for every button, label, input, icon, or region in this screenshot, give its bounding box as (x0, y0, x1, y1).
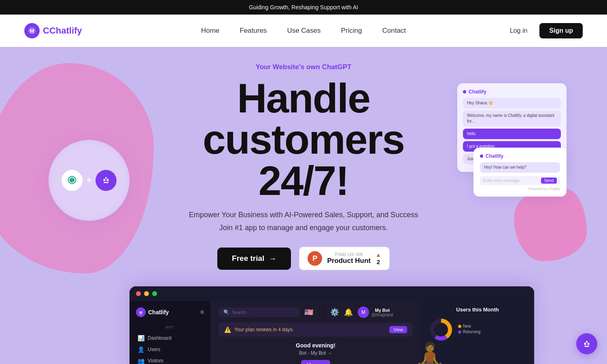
free-trial-button[interactable]: Free trial → (217, 248, 291, 270)
expand-icon[interactable]: ⛶ (318, 308, 325, 317)
dashboard-body: Chatlify ≡ BOT 📊 Dashboard 👤 Users 👥 (129, 301, 534, 364)
dash-greeting: Good evening! (219, 342, 413, 349)
product-hunt-votes: ▲ 2 (376, 252, 381, 265)
svg-point-0 (28, 27, 36, 34)
figure-illustration: 🧘 (415, 341, 445, 364)
nav-users-label: Users (148, 347, 160, 352)
titlebar-dot-yellow (144, 291, 149, 296)
svg-rect-11 (140, 313, 142, 314)
svg-rect-18 (586, 341, 588, 343)
signup-button[interactable]: Sign up (539, 23, 583, 38)
integration-badge: + (49, 140, 129, 221)
free-trial-label: Free trial (232, 254, 264, 263)
nav-dashboard-label: Dashboard (148, 335, 172, 341)
chat-input-placeholder: Enter your message (483, 178, 539, 183)
svg-rect-17 (584, 346, 589, 347)
users-this-month-title: Users this Month (429, 307, 526, 313)
user-handle: @hiragnipal (371, 313, 393, 317)
bell-icon[interactable]: 🔔 (344, 308, 353, 317)
svg-point-10 (141, 311, 142, 313)
hero-title-line2: customers (203, 116, 404, 163)
chat-input-row[interactable]: Enter your message Send (480, 176, 560, 185)
dashboard-titlebar (129, 286, 534, 301)
alert-bar: ⚠️ Your plan renews in 4 days. View (219, 323, 413, 336)
search-placeholder: Search... (232, 310, 250, 315)
product-hunt-button[interactable]: P FIND US ON Product Hunt ▲ 2 (299, 247, 390, 270)
hero-actions: Free trial → P FIND US ON Product Hunt ▲… (129, 247, 478, 270)
product-hunt-find-us: FIND US ON (327, 252, 371, 257)
logo-text: CChatlify (43, 25, 82, 36)
chat-bubble-user1: hello (463, 129, 561, 139)
plus-icon: + (87, 175, 92, 186)
hero-title-line1: Handle (237, 75, 370, 121)
titlebar-dot-red (136, 291, 141, 296)
dash-logo-text: Chatlify (148, 309, 169, 315)
circle-inner: + (62, 170, 117, 191)
dashboard-icon: 📊 (138, 335, 144, 341)
legend-dot-1 (458, 325, 461, 328)
svg-point-2 (32, 30, 34, 32)
settings-icon[interactable]: ⚙️ (330, 308, 339, 317)
logo-icon (24, 23, 40, 38)
user-profile[interactable]: M My Bot @hiragnipal (358, 307, 393, 318)
alert-text: Your plan renews in 4 days. (234, 327, 294, 332)
alert-view-button[interactable]: View (389, 326, 407, 333)
openai-icon (62, 170, 83, 191)
users-icon: 👤 (138, 346, 144, 353)
flag-icon[interactable]: 🇺🇸 (304, 308, 313, 317)
ph-vote-count: 2 (377, 258, 380, 265)
product-hunt-name: Product Hunt (327, 257, 371, 265)
chat-status-dot (463, 90, 466, 93)
manage-button[interactable]: Manage (301, 360, 330, 364)
dashboard-preview: Chatlify ≡ BOT 📊 Dashboard 👤 Users 👥 (129, 286, 534, 364)
dash-bot-name: Bot - My Bot → (219, 350, 413, 356)
user-name: My Bot (371, 308, 393, 313)
dashboard-sidebar: Chatlify ≡ BOT 📊 Dashboard 👤 Users 👥 (129, 301, 210, 364)
chat-card-1-header: Chatlify (463, 89, 561, 95)
login-button[interactable]: Log in (503, 24, 535, 38)
search-icon: 🔍 (223, 309, 229, 315)
nav-item-use-cases[interactable]: Use Cases (287, 27, 320, 34)
nav-item-pricing[interactable]: Pricing (341, 27, 362, 34)
search-bar[interactable]: 🔍 Search... (219, 307, 299, 317)
dash-logo: Chatlify ≡ (136, 307, 204, 317)
legend-item-1: New (458, 324, 480, 328)
nav-actions: Log in Sign up (503, 23, 583, 38)
dashboard-right-panel: Users this Month New (421, 301, 534, 364)
floating-bot-icon (581, 338, 592, 349)
dash-nav-visitors[interactable]: 👥 Visitors (136, 355, 204, 364)
floating-bot-widget[interactable] (576, 333, 597, 354)
nav-visitors-label: Visitors (148, 358, 163, 364)
svg-rect-3 (30, 32, 34, 32)
svg-point-5 (104, 179, 106, 181)
nav-item-home[interactable]: Home (201, 27, 219, 34)
chat-send-button[interactable]: Send (541, 178, 557, 184)
legend-dot-2 (458, 330, 461, 334)
nav-links: Home Features Use Cases Pricing Contact (201, 27, 406, 35)
svg-rect-8 (105, 177, 107, 179)
svg-point-16 (588, 343, 590, 345)
legend-item-2: Returning (458, 330, 480, 334)
powered-by: Powered by Chatlify (480, 187, 560, 191)
dashboard-main: 🔍 Search... 🇺🇸 ⛶ ⚙️ 🔔 M My Bot @hiragnip… (210, 301, 421, 364)
svg-point-4 (71, 179, 73, 182)
user-info: My Bot @hiragnipal (371, 308, 393, 317)
dash-nav-dashboard[interactable]: 📊 Dashboard (136, 332, 204, 344)
svg-point-9 (140, 311, 141, 313)
top-banner: Guiding Growth, Reshaping Support with A… (0, 0, 607, 15)
chat-card-2-msg: Hey! How can we help? (480, 162, 560, 173)
product-hunt-text: FIND US ON Product Hunt (327, 252, 371, 265)
svg-point-1 (30, 30, 32, 32)
banner-text: Guiding Growth, Reshaping Support with A… (249, 4, 358, 11)
product-hunt-icon: P (308, 251, 322, 266)
nav-item-contact[interactable]: Contact (382, 27, 406, 34)
svg-point-15 (584, 343, 586, 345)
dash-menu-toggle[interactable]: ≡ (200, 309, 204, 316)
logo-link[interactable]: CChatlify (24, 23, 82, 38)
hero-title: Handle customers 24/7! (129, 78, 478, 201)
dash-nav-users[interactable]: 👤 Users (136, 344, 204, 355)
chat-card-2-dot (480, 154, 483, 158)
nav-item-features[interactable]: Features (240, 27, 267, 34)
navbar: CChatlify Home Features Use Cases Pricin… (0, 15, 607, 47)
hero-subtitle1: Empower Your Business with AI-Powered Sa… (129, 210, 478, 220)
